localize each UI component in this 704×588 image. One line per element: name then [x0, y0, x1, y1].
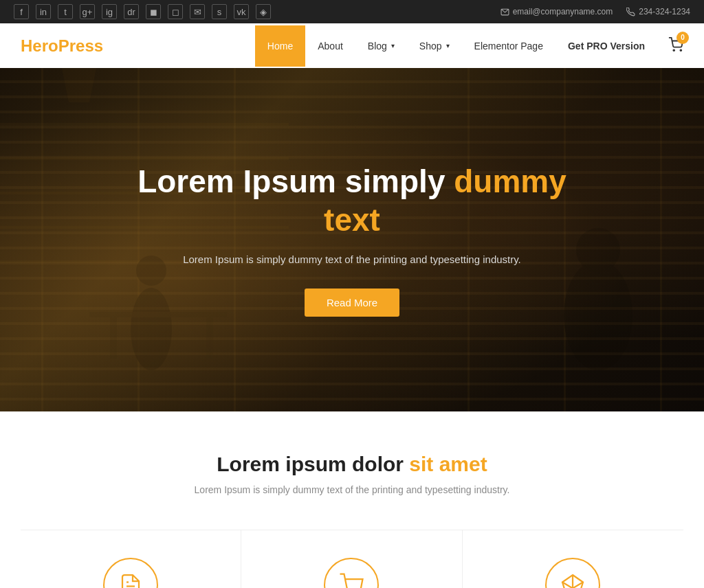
document-icon [118, 573, 143, 588]
svg-rect-3 [41, 68, 43, 411]
diamond-icon [560, 573, 585, 588]
svg-rect-8 [660, 68, 662, 411]
nav-blog[interactable]: Blog ▾ [355, 25, 407, 67]
social-vimeo[interactable]: ◻ [168, 4, 183, 19]
features-section: Lorem ipsum dolor sit amet Lorem Ipsum i… [0, 411, 704, 588]
svg-marker-21 [62, 68, 96, 102]
hero-subtitle: Lorem Ipsum is simply dummy text of the … [125, 251, 579, 268]
feature-card-3: Lorem ipsum dolor [463, 530, 683, 588]
email-address: email@companyname.com [513, 7, 613, 16]
cart-count: 0 [676, 32, 689, 44]
feature-icon-document-circle [103, 558, 158, 588]
hero-title-normal: Lorem Ipsum simply [138, 163, 445, 199]
nav-get-pro[interactable]: Get PRO Version [556, 25, 657, 67]
features-title-highlight: sit amet [409, 453, 487, 475]
svg-point-1 [673, 49, 674, 51]
main-nav: Home About Blog ▾ Shop ▾ Elementor Page … [255, 25, 657, 67]
logo-text-highlight: Press [58, 36, 103, 55]
shop-dropdown-icon: ▾ [446, 42, 450, 49]
phone-number: 234-324-1234 [639, 7, 690, 16]
svg-rect-17 [110, 317, 117, 359]
svg-rect-18 [206, 317, 213, 359]
svg-rect-10 [0, 157, 289, 160]
svg-rect-9 [0, 123, 289, 126]
features-subtitle: Lorem Ipsum is simply dummy text of the … [21, 484, 683, 495]
social-links: f in t g+ ig dr ◼ ◻ ✉ s vk ◈ [14, 4, 271, 19]
nav-shop[interactable]: Shop ▾ [407, 25, 462, 67]
hero-title: Lorem Ipsum simply dummy text [125, 163, 579, 238]
top-bar: f in t g+ ig dr ◼ ◻ ✉ s vk ◈ email@compa… [0, 0, 704, 23]
feature-icon-diamond-circle [545, 558, 600, 588]
social-skype[interactable]: s [212, 4, 227, 19]
svg-point-2 [680, 49, 681, 51]
feature-card-2: Lorem ipsum dolor [241, 530, 462, 588]
nav-home[interactable]: Home [255, 25, 305, 67]
features-title-normal: Lorem ipsum dolor [217, 453, 404, 475]
social-email[interactable]: ✉ [190, 4, 205, 19]
feature-card-1: Lorem ipsum dolor [21, 530, 241, 588]
features-grid: Lorem ipsum dolor Lorem ipsum dolor [21, 530, 683, 588]
cart-button[interactable]: 0 [668, 37, 683, 55]
cart-icon-feature [339, 573, 364, 588]
social-linkedin[interactable]: in [36, 4, 51, 19]
features-title: Lorem ipsum dolor sit amet [21, 453, 683, 476]
hero-section: Lorem Ipsum simply dummy text Lorem Ipsu… [0, 68, 704, 411]
social-facebook[interactable]: f [14, 4, 29, 19]
hero-cta-button[interactable]: Read More [305, 289, 399, 317]
social-googleplus[interactable]: g+ [80, 4, 95, 19]
contact-info: email@companyname.com 234-324-1234 [500, 7, 690, 16]
site-logo[interactable]: HeroPress [21, 36, 103, 56]
phone-contact: 234-324-1234 [626, 7, 690, 16]
social-instagram[interactable]: ig [102, 4, 117, 19]
nav-about[interactable]: About [305, 25, 355, 67]
social-twitter[interactable]: t [58, 4, 73, 19]
hero-content: Lorem Ipsum simply dummy text Lorem Ipsu… [111, 163, 593, 316]
social-tumblr[interactable]: ◼ [146, 4, 161, 19]
main-header: HeroPress Home About Blog ▾ Shop ▾ Eleme… [0, 23, 704, 68]
feature-icon-cart-circle [324, 558, 379, 588]
social-dribbble[interactable]: dr [124, 4, 139, 19]
social-vk[interactable]: vk [234, 4, 249, 19]
social-extra[interactable]: ◈ [256, 4, 271, 19]
logo-text-normal: Hero [21, 36, 58, 55]
email-contact: email@companyname.com [500, 7, 613, 16]
blog-dropdown-icon: ▾ [391, 42, 395, 49]
nav-elementor[interactable]: Elementor Page [462, 25, 556, 67]
